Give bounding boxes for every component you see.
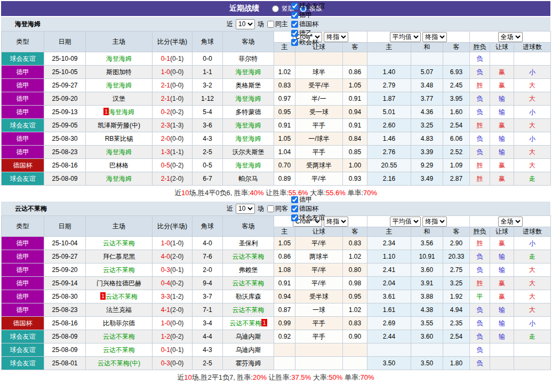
match-count-select[interactable]: 10 (236, 19, 255, 29)
avg-odds-draw: 5.07 (411, 66, 443, 79)
handicap-odds-away: 0.91 (343, 92, 367, 106)
result-goals: 小 (514, 237, 551, 250)
league-checkbox[interactable] (291, 39, 298, 46)
away-team-cell: 海登海姆 (223, 66, 274, 79)
league-filter[interactable]: 德甲 (291, 195, 325, 204)
avg-odds-draw (411, 52, 443, 66)
league-badge: 德甲 (2, 277, 44, 290)
fulltime-score: 3-3 (161, 293, 170, 300)
average-select[interactable]: 平均值 (390, 217, 421, 227)
corners: 1-1 (193, 66, 223, 79)
result-handicap: 赢 (490, 237, 514, 250)
away-team-name: 勒沃库森 (236, 293, 261, 300)
same-venue-filter[interactable]: 同主 (267, 20, 288, 29)
avg-odds-away: 3.95 (443, 92, 470, 106)
result-handicap (490, 357, 514, 370)
halftime-score: (0-0) (170, 135, 183, 142)
match-row: 德国杯 25-08-16 比勒菲尔德 1-0(0-0) 3-4 云达不莱梅1 0… (2, 317, 551, 330)
handicap-odds-away: 1.02 (343, 303, 367, 317)
league-badge: 德甲 (2, 132, 44, 146)
home-team-name: 云达不莱梅 (106, 293, 138, 300)
avg-odds-away (443, 343, 470, 357)
summary-value: 70% (361, 373, 374, 381)
avg-odds-draw: 4.83 (411, 132, 443, 146)
handicap-odds-away: 0.98 (343, 277, 367, 290)
home-team-name: 云达不莱梅(中) (98, 359, 140, 367)
result-winlose: 负 (470, 330, 490, 343)
scope-select[interactable]: 全场 (498, 217, 523, 227)
odds-stage-select[interactable]: 终指 (324, 217, 348, 227)
avg-stage-select[interactable]: 终指 (422, 32, 447, 42)
result-goals (514, 343, 551, 357)
corners: 4-3 (193, 343, 223, 357)
league-badge: 球会友谊 (2, 357, 44, 370)
league-filter[interactable]: 球会友谊 (291, 213, 325, 222)
league-filter[interactable]: 欧会杯 (291, 38, 325, 47)
handicap-odds-away: 0.86 (343, 66, 367, 79)
league-checkbox[interactable] (291, 205, 298, 212)
same-venue-checkbox[interactable] (267, 205, 274, 212)
summary-label: 大率: (311, 373, 329, 381)
result-handicap: 输 (490, 92, 514, 106)
handicap-odds-away: 0.83 (343, 317, 367, 330)
avg-odds-home: 5.01 (367, 106, 411, 119)
league-badge: 德甲 (2, 250, 44, 263)
halftime-score: (0-1) (170, 346, 183, 354)
league-badge: 球会友谊 (2, 330, 44, 343)
score-cell: 3-3(1-2) (153, 290, 193, 303)
summary-value: 55.6% (326, 189, 346, 197)
home-team-name: 法兰克福 (106, 306, 132, 314)
league-checkbox[interactable] (291, 21, 298, 28)
league-filter[interactable]: 德甲 (291, 11, 325, 20)
league-badge: 德甲 (2, 237, 44, 250)
fulltime-score: 1-0 (161, 68, 170, 76)
result-winlose: 负 (470, 106, 490, 119)
league-badge: 德甲 (2, 79, 44, 92)
handicap-line: 平/半 (295, 277, 343, 290)
fulltime-score: 1-2 (161, 333, 170, 340)
summary-label: 近 (177, 373, 184, 381)
fulltime-score: 0-3 (161, 359, 170, 367)
league-checkbox[interactable] (291, 12, 298, 19)
home-team-cell: 巴林格 (86, 159, 153, 172)
halftime-score: (0-1) (170, 55, 183, 62)
away-team-name: 云达不莱梅 (233, 279, 265, 287)
league-filter[interactable]: 德国杯 (291, 204, 325, 213)
odds-stage-select[interactable]: 终指 (324, 32, 348, 42)
near-label: 近 (227, 20, 233, 29)
result-winlose: 负 (470, 66, 490, 79)
result-handicap: 赢 (490, 66, 514, 79)
handicap-odds-home: 0.91 (274, 119, 295, 132)
league-filter[interactable]: 德乙 (291, 29, 325, 38)
league-checkbox[interactable] (291, 30, 298, 37)
match-date: 25-09-14 (44, 277, 86, 290)
avg-odds-home (367, 52, 411, 66)
sub-header: 进球数 (514, 43, 551, 52)
league-checkbox[interactable] (291, 3, 298, 10)
league-checkbox[interactable] (291, 214, 298, 221)
handicap-odds-away (343, 52, 367, 66)
handicap-odds-away (343, 343, 367, 357)
league-label: 德甲 (299, 11, 312, 20)
match-count-select[interactable]: 10 (236, 204, 255, 214)
handicap-line: 平/半 (295, 237, 343, 250)
away-team-name: 乌迪内斯 (236, 333, 261, 340)
score-cell: 0-1(0-1) (153, 52, 193, 66)
corners: 0-5 (193, 159, 223, 172)
match-date: 25-09-27 (44, 250, 86, 263)
same-venue-checkbox[interactable] (267, 21, 274, 28)
same-venue-filter[interactable]: 同客 (267, 204, 288, 213)
result-handicap: 赢 (490, 277, 514, 290)
away-team-cell: 帕尔马 (223, 172, 274, 186)
league-filter[interactable]: 德国杯 (291, 20, 325, 29)
score-cell: 1-2(0-2) (153, 330, 193, 343)
avg-odds-home: 1.61 (367, 303, 411, 317)
scope-select[interactable]: 全场 (498, 32, 523, 42)
result-handicap: 输 (490, 250, 514, 263)
home-team-name: 云达不莱梅 (103, 266, 135, 274)
league-filter[interactable]: 球会友谊 (291, 2, 325, 11)
avg-stage-select[interactable]: 终指 (422, 217, 447, 227)
average-select[interactable]: 平均值 (390, 32, 421, 42)
league-checkbox[interactable] (291, 196, 298, 203)
sub-header: 让球 (295, 227, 343, 237)
